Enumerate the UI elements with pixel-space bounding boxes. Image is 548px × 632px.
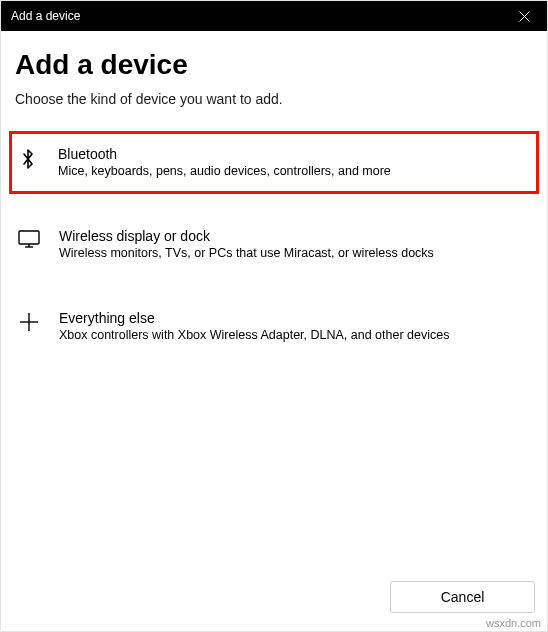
option-wireless-display[interactable]: Wireless display or dock Wireless monito… bbox=[15, 214, 533, 275]
monitor-icon bbox=[15, 228, 43, 248]
option-desc: Xbox controllers with Xbox Wireless Adap… bbox=[59, 327, 533, 343]
page-title: Add a device bbox=[15, 49, 533, 81]
option-desc: Mice, keyboards, pens, audio devices, co… bbox=[58, 163, 530, 179]
option-title: Wireless display or dock bbox=[59, 228, 533, 244]
option-text: Everything else Xbox controllers with Xb… bbox=[59, 310, 533, 343]
bluetooth-icon bbox=[14, 146, 42, 170]
cancel-button[interactable]: Cancel bbox=[390, 581, 535, 613]
page-subtitle: Choose the kind of device you want to ad… bbox=[15, 91, 533, 107]
watermark: wsxdn.com bbox=[486, 617, 541, 629]
titlebar: Add a device bbox=[1, 1, 547, 31]
svg-rect-2 bbox=[19, 231, 39, 244]
close-icon bbox=[519, 11, 530, 22]
option-desc: Wireless monitors, TVs, or PCs that use … bbox=[59, 245, 533, 261]
option-text: Wireless display or dock Wireless monito… bbox=[59, 228, 533, 261]
option-title: Bluetooth bbox=[58, 146, 530, 162]
option-everything-else[interactable]: Everything else Xbox controllers with Xb… bbox=[15, 296, 533, 357]
option-title: Everything else bbox=[59, 310, 533, 326]
dialog-footer: Cancel bbox=[1, 571, 547, 631]
window-title: Add a device bbox=[11, 9, 80, 23]
dialog-content: Add a device Choose the kind of device y… bbox=[1, 31, 547, 571]
plus-icon bbox=[15, 310, 43, 332]
option-text: Bluetooth Mice, keyboards, pens, audio d… bbox=[58, 146, 530, 179]
close-button[interactable] bbox=[502, 1, 547, 31]
option-bluetooth[interactable]: Bluetooth Mice, keyboards, pens, audio d… bbox=[9, 131, 539, 194]
